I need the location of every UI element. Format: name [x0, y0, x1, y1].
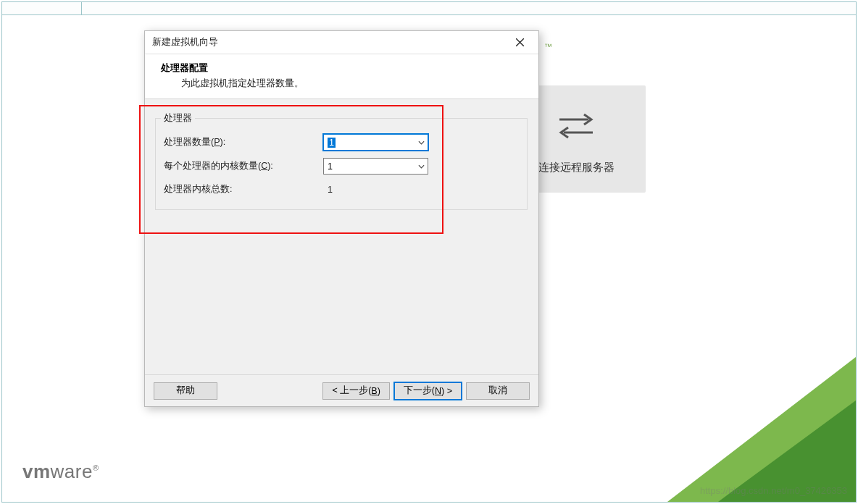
cancel-button[interactable]: 取消 [466, 382, 530, 400]
connect-remote-label: 连接远程服务器 [538, 161, 615, 175]
back-button[interactable]: < 上一步(B) [322, 382, 389, 400]
top-tab[interactable] [2, 2, 82, 14]
dialog-header-title: 处理器配置 [161, 62, 527, 75]
close-icon [516, 38, 524, 46]
total-cores-label: 处理器内核总数: [164, 183, 323, 196]
cores-per-proc-row: 每个处理器的内核数量(C): 1 [164, 158, 519, 175]
processor-count-label: 处理器数量(P): [164, 136, 323, 148]
vmware-logo: vmware® [22, 461, 99, 483]
total-cores-value: 1 [323, 185, 333, 195]
dialog-titlebar[interactable]: 新建虚拟机向导 [145, 31, 538, 54]
new-vm-wizard-dialog: 新建虚拟机向导 处理器配置 为此虚拟机指定处理器数量。 处理器 处理器数量(P)… [144, 30, 539, 407]
close-button[interactable] [507, 34, 533, 51]
help-button[interactable]: 帮助 [154, 382, 217, 400]
cores-per-proc-value: 1 [328, 161, 333, 172]
dialog-header-sub: 为此虚拟机指定处理器数量。 [161, 77, 527, 90]
processor-groupbox: 处理器 处理器数量(P): 1 每个处理器的内核数量(C): 1 [155, 112, 528, 210]
processor-count-value: 1 [328, 138, 336, 148]
cores-per-proc-label: 每个处理器的内核数量(C): [164, 160, 323, 172]
dialog-header: 处理器配置 为此虚拟机指定处理器数量。 [145, 54, 538, 99]
chevron-down-icon [418, 164, 425, 169]
total-cores-row: 处理器内核总数: 1 [164, 183, 519, 196]
tm-mark: ™ [544, 42, 552, 51]
groupbox-label: 处理器 [161, 112, 195, 125]
dialog-title: 新建虚拟机向导 [152, 36, 218, 49]
app-viewport: ™ 连接远程服务器 vmware® https://blog.csdn.net/… [1, 1, 857, 503]
processor-count-row: 处理器数量(P): 1 [164, 134, 519, 151]
processor-count-combo[interactable]: 1 [323, 134, 428, 151]
cores-per-proc-combo[interactable]: 1 [323, 158, 428, 175]
watermark: https://blog.csdn.net/m0_37426353 [700, 485, 847, 496]
dialog-button-row: 帮助 < 上一步(B) 下一步(N) > 取消 [145, 374, 538, 406]
dialog-body: 处理器 处理器数量(P): 1 每个处理器的内核数量(C): 1 [145, 104, 538, 374]
connect-remote-icon [554, 104, 598, 148]
next-button[interactable]: 下一步(N) > [394, 382, 462, 400]
chevron-down-icon [418, 140, 425, 145]
top-tab-bar [2, 2, 856, 15]
